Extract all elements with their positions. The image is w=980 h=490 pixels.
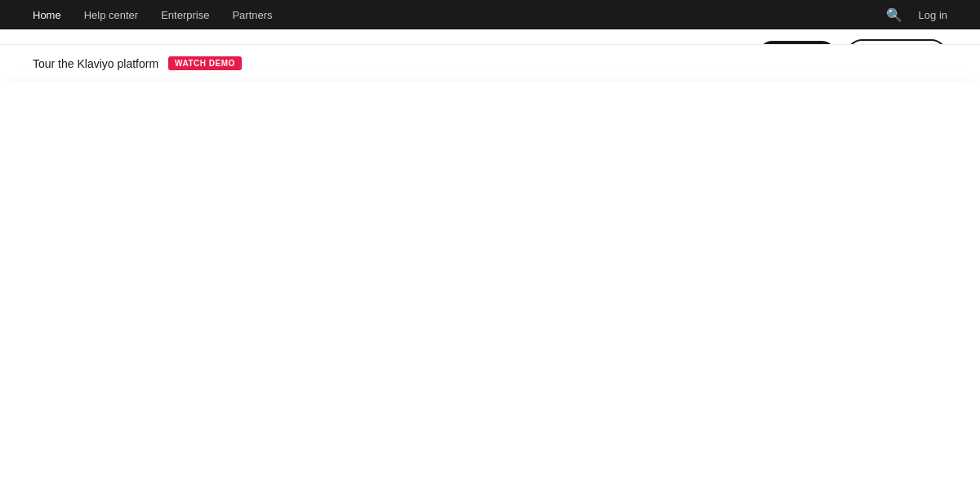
bottom-bar: Tour the Klaviyo platform WATCH DEMO [0, 44, 980, 82]
topbar-partners[interactable]: Partners [232, 9, 272, 21]
top-bar-right: 🔍 Log in [886, 7, 947, 23]
tour-platform-text: Tour the Klaviyo platform [33, 57, 158, 70]
search-icon[interactable]: 🔍 [886, 7, 902, 23]
topbar-help-center[interactable]: Help center [84, 9, 138, 21]
topbar-enterprise[interactable]: Enterprise [161, 9, 209, 21]
watch-demo-badge[interactable]: WATCH DEMO [168, 56, 242, 70]
login-link[interactable]: Log in [919, 9, 947, 21]
topbar-home[interactable]: Home [33, 9, 61, 21]
top-bar: Home Help center Enterprise Partners 🔍 L… [0, 0, 980, 29]
